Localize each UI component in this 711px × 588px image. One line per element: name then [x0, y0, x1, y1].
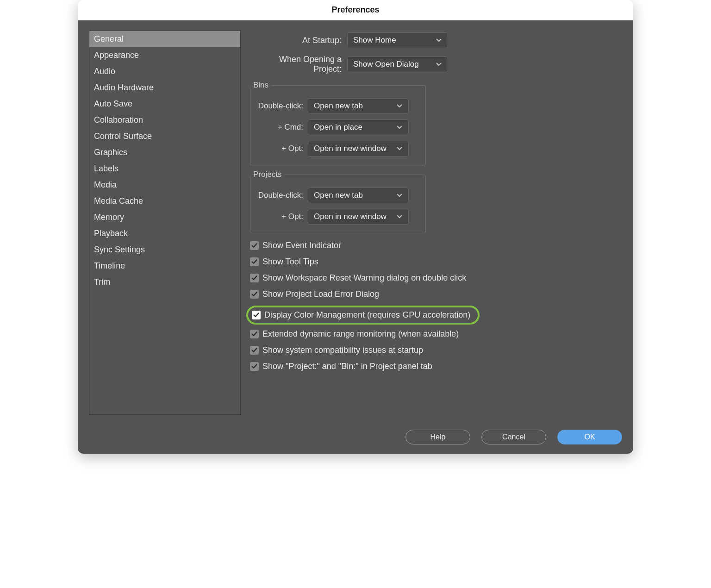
check-label: Show system compatibility issues at star… [262, 345, 423, 355]
bins-opt-label: + Opt: [250, 144, 308, 153]
projects-doubleclick-label: Double-click: [250, 191, 308, 200]
projects-group: Projects Double-click: Open new tab + Op… [250, 170, 426, 233]
dropdown-value: Show Home [353, 36, 396, 45]
bins-group: Bins Double-click: Open new tab + Cmd: O… [250, 81, 426, 165]
sidebar-item-memory[interactable]: Memory [89, 209, 240, 225]
sidebar-item-appearance[interactable]: Appearance [89, 47, 240, 63]
check-load-error: Show Project Load Error Dialog [250, 289, 622, 299]
sidebar-item-trim[interactable]: Trim [89, 274, 240, 290]
at-startup-dropdown[interactable]: Show Home [347, 32, 448, 48]
check-color-management-row: Display Color Management (requires GPU a… [250, 306, 622, 325]
check-label: Show Project Load Error Dialog [262, 289, 379, 299]
sidebar-item-sync-settings[interactable]: Sync Settings [89, 242, 240, 258]
sidebar-item-label: Audio Hardware [94, 83, 154, 92]
projects-legend: Projects [250, 170, 284, 179]
checkbox[interactable] [250, 346, 259, 355]
checkbox[interactable] [250, 330, 259, 338]
check-label: Show Event Indicator [262, 241, 341, 250]
button-label: OK [584, 433, 595, 441]
sidebar-item-label: Auto Save [94, 99, 132, 108]
sidebar-item-auto-save[interactable]: Auto Save [89, 96, 240, 112]
checkbox[interactable] [250, 290, 259, 299]
sidebar-item-media-cache[interactable]: Media Cache [89, 193, 240, 209]
at-startup-label: At Startup: [250, 36, 347, 45]
check-tool-tips: Show Tool Tips [250, 257, 622, 267]
check-event-indicator: Show Event Indicator [250, 241, 622, 250]
check-edr: Extended dynamic range monitoring (when … [250, 329, 622, 339]
on-open-dropdown[interactable]: Show Open Dialog [347, 56, 448, 72]
chevron-down-icon [396, 145, 403, 152]
cancel-button[interactable]: Cancel [481, 430, 546, 444]
preferences-window: Preferences General Appearance Audio Aud… [78, 0, 633, 454]
projects-opt-label: + Opt: [250, 212, 308, 221]
sidebar-item-general[interactable]: General [89, 31, 240, 47]
sidebar-item-label: Labels [94, 164, 118, 173]
sidebar-item-collaboration[interactable]: Collaboration [89, 112, 240, 128]
dropdown-value: Open in new window [314, 144, 387, 153]
dropdown-value: Show Open Dialog [353, 60, 419, 69]
check-workspace-reset: Show Workspace Reset Warning dialog on d… [250, 273, 622, 283]
sidebar-item-label: Playback [94, 229, 128, 238]
check-label: Show Tool Tips [262, 257, 318, 267]
general-panel: At Startup: Show Home When Opening a Pro… [250, 31, 622, 415]
category-sidebar: General Appearance Audio Audio Hardware … [89, 31, 241, 415]
chevron-down-icon [396, 213, 403, 220]
sidebar-item-playback[interactable]: Playback [89, 225, 240, 242]
main-area: General Appearance Audio Audio Hardware … [89, 31, 622, 415]
button-label: Cancel [502, 433, 525, 441]
sidebar-item-labels[interactable]: Labels [89, 161, 240, 177]
window-title: Preferences [331, 5, 379, 15]
button-label: Help [430, 433, 446, 441]
checkbox[interactable] [252, 311, 261, 319]
bins-doubleclick-dropdown[interactable]: Open new tab [308, 98, 409, 114]
check-label: Extended dynamic range monitoring (when … [262, 329, 459, 339]
dropdown-value: Open new tab [314, 101, 363, 111]
chevron-down-icon [396, 124, 403, 131]
ok-button[interactable]: OK [557, 430, 622, 444]
checkbox[interactable] [250, 257, 259, 266]
help-button[interactable]: Help [405, 430, 470, 444]
bins-cmd-dropdown[interactable]: Open in place [308, 119, 409, 135]
sidebar-item-control-surface[interactable]: Control Surface [89, 128, 240, 144]
at-startup-row: At Startup: Show Home [250, 32, 622, 48]
chevron-down-icon [396, 192, 403, 199]
sidebar-item-label: Control Surface [94, 131, 152, 141]
sidebar-item-audio[interactable]: Audio [89, 63, 240, 80]
highlight-annotation: Display Color Management (requires GPU a… [246, 306, 480, 325]
bins-doubleclick-label: Double-click: [250, 101, 308, 111]
sidebar-item-audio-hardware[interactable]: Audio Hardware [89, 80, 240, 96]
checkbox-list: Show Event Indicator Show Tool Tips Show… [250, 241, 622, 371]
window-titlebar: Preferences [78, 0, 633, 20]
sidebar-item-label: Memory [94, 213, 124, 222]
on-open-label: When Opening a Project: [250, 55, 347, 74]
window-body: General Appearance Audio Audio Hardware … [78, 20, 633, 454]
dropdown-value: Open in place [314, 123, 362, 132]
dropdown-value: Open new tab [314, 191, 363, 200]
bins-opt-dropdown[interactable]: Open in new window [308, 141, 409, 156]
sidebar-item-label: Appearance [94, 50, 139, 60]
checkbox[interactable] [250, 362, 259, 371]
bins-legend: Bins [250, 81, 271, 90]
check-label: Display Color Management (requires GPU a… [264, 310, 470, 320]
chevron-down-icon [396, 103, 403, 109]
bins-cmd-label: + Cmd: [250, 123, 308, 132]
dialog-footer: Help Cancel OK [89, 415, 622, 444]
sidebar-item-label: Audio [94, 67, 115, 76]
dropdown-value: Open in new window [314, 212, 387, 221]
sidebar-item-label: Timeline [94, 261, 125, 270]
sidebar-item-timeline[interactable]: Timeline [89, 258, 240, 274]
sidebar-item-graphics[interactable]: Graphics [89, 144, 240, 161]
sidebar-item-label: Graphics [94, 148, 127, 157]
on-open-row: When Opening a Project: Show Open Dialog [250, 55, 622, 74]
check-label: Show "Project:" and "Bin:" in Project pa… [262, 362, 432, 371]
check-compat: Show system compatibility issues at star… [250, 345, 622, 355]
projects-doubleclick-dropdown[interactable]: Open new tab [308, 188, 409, 203]
sidebar-item-label: Sync Settings [94, 245, 145, 254]
check-panel-tab: Show "Project:" and "Bin:" in Project pa… [250, 362, 622, 371]
sidebar-item-media[interactable]: Media [89, 177, 240, 193]
checkbox[interactable] [250, 274, 259, 282]
projects-opt-dropdown[interactable]: Open in new window [308, 209, 409, 225]
check-label: Show Workspace Reset Warning dialog on d… [262, 273, 466, 283]
chevron-down-icon [436, 37, 442, 44]
checkbox[interactable] [250, 241, 259, 250]
